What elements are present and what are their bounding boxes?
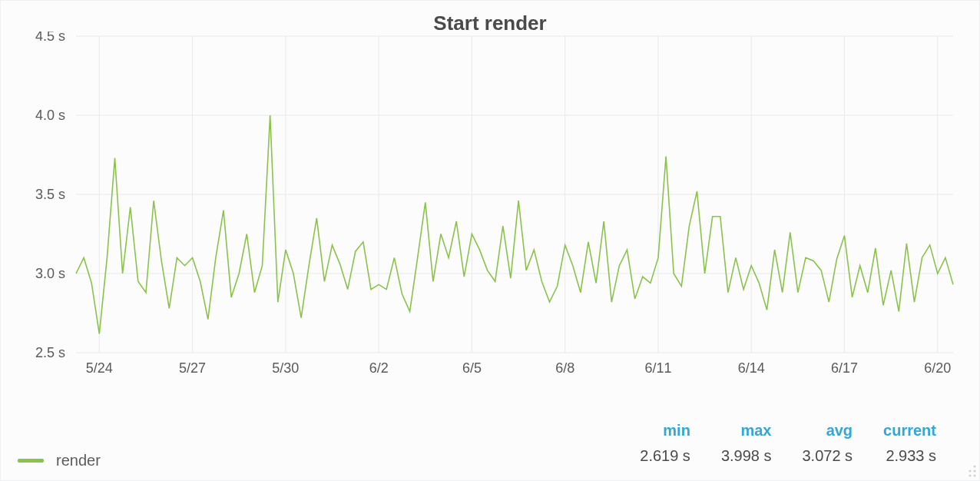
- stats-header-max: max: [706, 419, 787, 443]
- stats-header-avg: avg: [786, 419, 868, 443]
- resize-handle-icon[interactable]: [962, 463, 976, 477]
- legend-row: render min max avg current 2.619 s 3.998…: [10, 419, 970, 469]
- chart-panel: Start render 2.5 s3.0 s3.5 s4.0 s4.5 s5/…: [0, 0, 980, 481]
- stats-value-avg: 3.072 s: [786, 443, 868, 469]
- stats-table: min max avg current 2.619 s 3.998 s 3.07…: [624, 419, 952, 469]
- svg-text:4.5 s: 4.5 s: [35, 32, 65, 44]
- stats-header-current: current: [868, 419, 952, 443]
- svg-text:6/2: 6/2: [369, 360, 389, 376]
- svg-point-33: [968, 469, 971, 472]
- svg-text:6/20: 6/20: [924, 360, 951, 376]
- svg-text:5/24: 5/24: [86, 360, 113, 376]
- svg-text:5/27: 5/27: [179, 360, 206, 376]
- svg-point-32: [973, 469, 975, 472]
- svg-text:6/5: 6/5: [462, 360, 482, 376]
- legend-label: render: [56, 452, 101, 469]
- legend-swatch-icon: [18, 459, 44, 463]
- plot-area[interactable]: 2.5 s3.0 s3.5 s4.0 s4.5 s5/245/275/306/2…: [10, 32, 970, 380]
- stats-header-min: min: [624, 419, 706, 443]
- legend-entry[interactable]: render: [10, 452, 101, 469]
- svg-point-30: [968, 474, 971, 476]
- svg-text:6/11: 6/11: [644, 360, 671, 376]
- svg-point-34: [973, 465, 975, 467]
- svg-point-31: [973, 474, 975, 476]
- svg-text:4.0 s: 4.0 s: [35, 108, 65, 123]
- svg-text:3.0 s: 3.0 s: [35, 266, 65, 281]
- stats-value-min: 2.619 s: [624, 443, 706, 469]
- svg-text:6/8: 6/8: [555, 360, 574, 376]
- svg-text:6/17: 6/17: [831, 360, 858, 376]
- line-chart[interactable]: 2.5 s3.0 s3.5 s4.0 s4.5 s5/245/275/306/2…: [10, 32, 970, 380]
- svg-text:2.5 s: 2.5 s: [35, 345, 65, 360]
- stats-table-wrap: min max avg current 2.619 s 3.998 s 3.07…: [624, 419, 970, 469]
- chart-title: Start render: [1, 1, 979, 35]
- svg-text:5/30: 5/30: [272, 360, 299, 376]
- stats-value-current: 2.933 s: [868, 443, 952, 469]
- svg-text:3.5 s: 3.5 s: [35, 187, 65, 202]
- svg-text:6/14: 6/14: [738, 360, 765, 376]
- stats-value-max: 3.998 s: [706, 443, 787, 469]
